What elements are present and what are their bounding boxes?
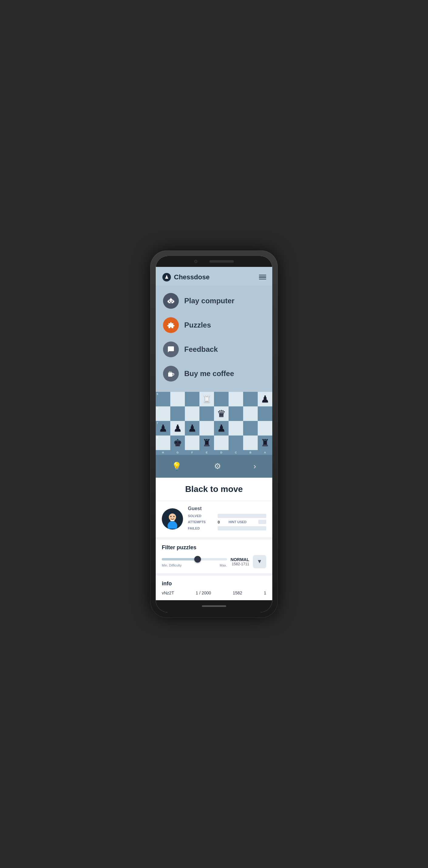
white-rook-e5: ♜ [202,394,211,404]
filter-title: Filter puzzles [162,545,266,551]
username-label: Guest [188,506,266,512]
square-e8[interactable]: ♜ [199,436,214,450]
board-row-5: 5 ♜ ♟ [156,392,272,406]
hamburger-menu-icon[interactable] [259,275,266,280]
square-h8[interactable]: 8 [156,436,170,450]
square-g6[interactable] [170,406,185,421]
coffee-icon [163,366,179,381]
app-content: ♟ Chessdose [156,267,272,600]
puzzle-rating: 1582 [233,590,242,595]
board-row-6: 6 ♛ [156,406,272,421]
square-a7[interactable] [258,421,272,436]
square-e6[interactable] [199,406,214,421]
square-b5[interactable] [243,392,258,406]
info-section: info vNz2T 1 / 2000 1582 1 [156,576,272,600]
square-f7[interactable]: ♟ [185,421,199,436]
slider-area: Min. Difficulty Max. [162,556,227,567]
difficulty-info: NORMAL 1582-1711 [231,557,249,566]
phone-frame: ♟ Chessdose [150,250,278,618]
app-header: ♟ Chessdose [156,267,272,286]
move-status: Black to move [185,484,243,494]
svg-rect-11 [169,371,170,372]
avatar-face-icon [163,509,182,529]
menu-feedback-label: Feedback [184,345,218,353]
slider-thumb[interactable] [194,556,201,563]
svg-point-14 [169,514,176,521]
square-d6[interactable]: ♛ [214,406,229,421]
square-h5[interactable]: 5 [156,392,170,406]
svg-rect-12 [171,371,171,372]
square-e5[interactable]: ♜ [199,392,214,406]
square-g5[interactable] [170,392,185,406]
phone-screen: ♟ Chessdose [156,256,272,612]
failed-bar [218,526,266,530]
black-pawn-f7: ♟ [188,423,197,433]
failed-label: FAILED [188,527,215,530]
svg-point-6 [171,301,173,302]
square-f5[interactable] [185,392,199,406]
menu-item-buy-coffee[interactable]: Buy me coffee [156,362,272,386]
menu-dropdown: Play computer Puzzles [156,286,272,392]
home-bar [202,606,226,607]
square-d8[interactable] [214,436,229,450]
square-c7[interactable] [229,421,243,436]
file-c: C [229,451,243,454]
chat-icon [163,341,179,357]
square-c8[interactable] [229,436,243,450]
black-pawn-g7: ♟ [173,423,182,433]
square-f6[interactable] [185,406,199,421]
settings-button[interactable]: ⚙ [209,460,226,472]
hint-button[interactable]: 💡 [167,460,187,472]
black-pawn-h7: ♟ [159,423,168,433]
puzzle-id: vNz2T [162,590,174,595]
slider-fill [162,558,198,560]
chess-board-wrapper: 5 ♜ ♟ 6 [156,392,272,455]
square-b6[interactable] [243,406,258,421]
notch-area [156,256,272,267]
app-title: Chessdose [174,273,209,281]
menu-item-puzzles[interactable]: Puzzles [156,313,272,337]
menu-coffee-label: Buy me coffee [184,369,234,378]
filter-apply-button[interactable]: ▼ [253,555,266,568]
square-h6[interactable]: 6 [156,406,170,421]
square-g8[interactable]: ♚ [170,436,185,450]
attempts-row: ATTEMPTS 0 HINT USED [188,520,266,524]
svg-rect-18 [170,520,175,521]
square-d7[interactable]: ♟ [214,421,229,436]
logo-area: ♟ Chessdose [162,272,209,282]
square-b8[interactable] [243,436,258,450]
file-g: G [170,451,185,454]
user-avatar [162,508,183,530]
black-to-move-section: Black to move [156,478,272,501]
square-g7[interactable]: ♟ [170,421,185,436]
square-a5[interactable]: ♟ [258,392,272,406]
square-b7[interactable] [243,421,258,436]
speaker [209,260,234,262]
menu-play-computer-label: Play computer [184,297,234,305]
square-d5[interactable] [214,392,229,406]
chess-area: 5 ♜ ♟ 6 [156,392,272,478]
svg-rect-10 [168,372,172,377]
menu-item-feedback[interactable]: Feedback [156,337,272,362]
file-a: A [258,451,272,454]
next-button[interactable]: › [249,460,261,472]
square-a6[interactable] [258,406,272,421]
board-row-7: 7 ♟ ♟ ♟ ♟ [156,421,272,436]
file-d: D [214,451,229,454]
square-h7[interactable]: 7 ♟ [156,421,170,436]
gear-icon: ⚙ [214,462,221,471]
square-c6[interactable] [229,406,243,421]
square-e7[interactable] [199,421,214,436]
difficulty-name: NORMAL [231,557,249,562]
square-a8[interactable]: ♜ [258,436,272,450]
svg-rect-4 [171,298,171,299]
slider-labels: Min. Difficulty Max. [162,563,227,567]
square-f8[interactable] [185,436,199,450]
square-c5[interactable] [229,392,243,406]
failed-row: FAILED [188,526,266,530]
stats-section: Guest SOLVED ATTEMPTS 0 HINT USED F [156,501,272,539]
black-king-g8: ♚ [173,438,182,448]
max-difficulty-label: Max. [220,563,227,567]
menu-item-play-computer[interactable]: Play computer [156,289,272,313]
difficulty-slider[interactable] [162,556,227,562]
